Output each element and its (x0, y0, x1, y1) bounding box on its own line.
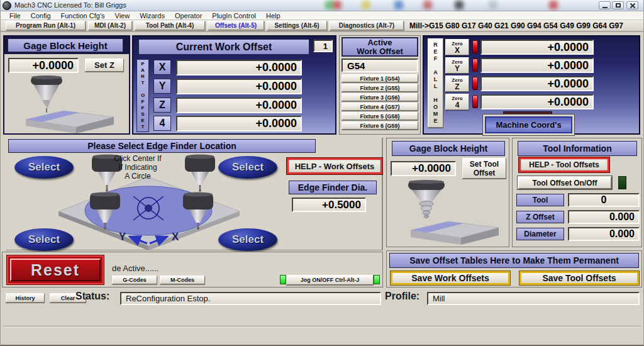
zero-z-button[interactable]: Zero Z (445, 75, 469, 92)
screen-tabs: Program Run (Alt-1) MDI (Alt-2) Tool Pat… (1, 20, 644, 32)
axis-4-button[interactable]: 4 (153, 116, 171, 131)
axis-z-button[interactable]: Z (153, 98, 171, 113)
tab-diagnostics[interactable]: Diagnostics (Alt-7) (330, 21, 404, 30)
maximize-icon (616, 3, 621, 8)
save-work-offsets-button[interactable]: Save Work Offsets (391, 271, 510, 285)
minimize-button[interactable] (599, 1, 611, 9)
status-label: Status: (75, 291, 109, 302)
machine-x-dro[interactable]: +0.0000 (480, 40, 594, 55)
maximize-button[interactable] (612, 1, 624, 9)
machine-coords-button[interactable]: Machine Coord's (485, 116, 572, 133)
machine-coords-panel: REF ALL HOME Zero X +0.0000 Zero Y +0.00… (423, 35, 640, 135)
history-button[interactable]: History (6, 293, 45, 303)
active-work-offset-title: Active Work Offset (341, 37, 418, 57)
work-offset-y-dro[interactable]: +0.0000 (176, 79, 302, 94)
save-offsets-title: Save Offset Tables Here to Make Them Per… (389, 253, 639, 268)
tab-program-run[interactable]: Program Run (Alt-1) (6, 21, 86, 30)
help-work-offsets-button[interactable]: HELP - Work Offsets (287, 158, 382, 174)
close-button[interactable] (626, 1, 638, 9)
axis-y-button[interactable]: Y (153, 79, 171, 94)
fixture-5-button[interactable]: Fixture 5 (G58) (341, 112, 418, 120)
gage-block-right-dro[interactable]: +0.0000 (391, 161, 456, 176)
machine-4-dro[interactable]: +0.0000 (480, 94, 594, 109)
help-tool-offsets-button[interactable]: HELP - Tool Offsets (519, 157, 609, 172)
menu-file[interactable]: File (4, 12, 26, 20)
select-top-left-button[interactable]: Select (14, 156, 74, 179)
select-top-right-button[interactable]: Select (218, 156, 277, 179)
gcodes-button[interactable]: G-Codes (112, 276, 157, 284)
status-value: ReConfiguration Estop. (120, 292, 381, 305)
menu-bar: File Config Function Cfg's View Wizards … (1, 11, 644, 20)
desktop-icon-blur (333, 1, 341, 9)
fixture-3-button[interactable]: Fixture 3 (G56) (341, 93, 418, 101)
menu-view[interactable]: View (110, 12, 135, 20)
work-offset-z-dro[interactable]: +0.0000 (176, 98, 302, 113)
select-bottom-right-button[interactable]: Select (218, 228, 277, 251)
fixture-6-button[interactable]: Fixture 6 (G59) (341, 121, 418, 130)
zero-x-button[interactable]: Zero X (445, 39, 469, 55)
title-bar: Mach3 CNC Licensed To: Bill Griggs (1, 0, 644, 11)
y-ref-led (472, 59, 478, 72)
fixture-1-button[interactable]: Fixture 1 (G54) (341, 74, 418, 82)
zero-4-button[interactable]: Zero 4 (445, 94, 469, 110)
desktop-icon-blur (455, 1, 464, 9)
machine-y-dro[interactable]: +0.0000 (480, 58, 594, 73)
spindle-block-illustration (8, 75, 125, 133)
x-ref-led (472, 40, 478, 53)
tool-offset-toggle-button[interactable]: Tool Offset On/Off (518, 176, 612, 189)
tab-settings[interactable]: Settings (Alt-6) (267, 21, 327, 30)
mcodes-button[interactable]: M-Codes (160, 276, 205, 284)
tab-offsets[interactable]: Offsets (Alt-5) (208, 21, 264, 30)
window-title: Mach3 CNC Licensed To: Bill Griggs (14, 1, 126, 9)
zero-y-button[interactable]: Zero Y (445, 57, 469, 74)
menu-config[interactable]: Config (26, 12, 56, 20)
select-bottom-left-button[interactable]: Select (14, 228, 74, 251)
menu-wizards[interactable]: Wizards (135, 12, 170, 20)
diameter-dro[interactable]: 0.000 (568, 227, 640, 241)
reset-strip: Reset de Active...... G-Codes M-Codes Jo… (2, 252, 383, 287)
jog-led-left (280, 275, 286, 284)
desktop-icon-blur (489, 1, 497, 9)
ref-all-home-button[interactable]: REF ALL HOME (428, 38, 443, 128)
set-z-button[interactable]: Set Z (85, 59, 124, 72)
menu-plugin-control[interactable]: PlugIn Control (207, 12, 261, 20)
fixture-4-button[interactable]: Fixture 4 (G57) (341, 103, 418, 111)
tool-number-dro[interactable]: 0 (568, 193, 640, 207)
desktop-icon-blur (549, 1, 558, 9)
edge-finder-dia-dro[interactable]: +0.5000 (292, 198, 366, 212)
active-offset-dro[interactable]: G54 (341, 59, 418, 72)
current-work-offset-panel: Current Work Offset 1 PART OFFSET X +0.0… (132, 35, 336, 135)
current-work-offset-title: Current Work Offset (138, 39, 309, 55)
work-offset-x-dro[interactable]: +0.0000 (176, 60, 302, 75)
edge-finder-title: Please Select Edge Finder Location (8, 139, 316, 153)
menu-function-cfgs[interactable]: Function Cfg's (56, 12, 110, 20)
save-tool-offsets-button[interactable]: Save Tool Offsets (519, 271, 639, 285)
z-offset-dro[interactable]: 0.000 (568, 210, 640, 224)
desktop-icon-blur (362, 1, 370, 9)
set-tool-offset-button[interactable]: Set Tool Offset (462, 158, 506, 179)
tab-mdi[interactable]: MDI (Alt-2) (88, 21, 132, 30)
menu-operator[interactable]: Operator (170, 12, 207, 20)
gage-block-height-right-panel: Gage Block Height +0.0000 Set Tool Offse… (386, 138, 509, 247)
z-offset-label: Z Offset (516, 211, 564, 223)
work-offset-number-dro[interactable]: 1 (313, 40, 333, 52)
mach3-window: Mach3 CNC Licensed To: Bill Griggs File … (0, 0, 644, 346)
gage-block-left-dro[interactable]: +0.0000 (8, 58, 79, 73)
mode-active-text: de Active...... (112, 264, 158, 273)
active-gcode-modes: Mill->G15 G80 G17 G40 G21 G90 G94 G54 G4… (409, 21, 623, 30)
reset-button[interactable]: Reset (7, 255, 104, 284)
app-icon (3, 1, 11, 10)
machine-z-dro[interactable]: +0.0000 (480, 76, 594, 91)
reset-button-label: Reset (10, 259, 101, 281)
edge-probe-top-right (185, 155, 215, 192)
work-offset-4-dro[interactable]: +0.0000 (176, 116, 302, 131)
tool-number-label: Tool (516, 194, 564, 206)
fixture-2-button[interactable]: Fixture 2 (G55) (341, 84, 418, 92)
axis-y-label: Y (119, 231, 126, 243)
tab-tool-path[interactable]: Tool Path (Alt-4) (135, 21, 205, 30)
jog-on-off-button[interactable]: Jog ON/OFF Ctrl-Alt-J (286, 275, 374, 285)
gage-block-height-left-panel: Gage Block Height +0.0000 Set Z (3, 35, 130, 135)
close-icon (630, 3, 636, 9)
axis-x-button[interactable]: X (153, 60, 171, 75)
menu-help[interactable]: Help (261, 12, 286, 20)
